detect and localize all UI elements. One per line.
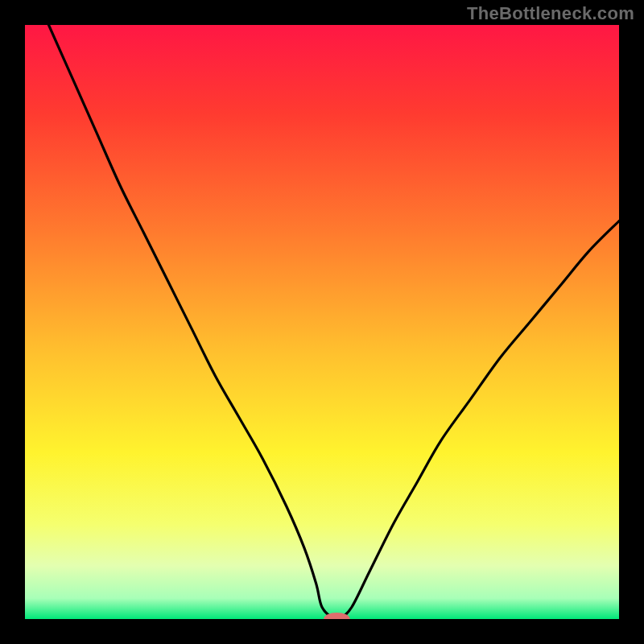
chart-frame: TheBottleneck.com bbox=[0, 0, 644, 644]
bottleneck-plot bbox=[25, 25, 619, 619]
attribution-label: TheBottleneck.com bbox=[467, 3, 634, 24]
